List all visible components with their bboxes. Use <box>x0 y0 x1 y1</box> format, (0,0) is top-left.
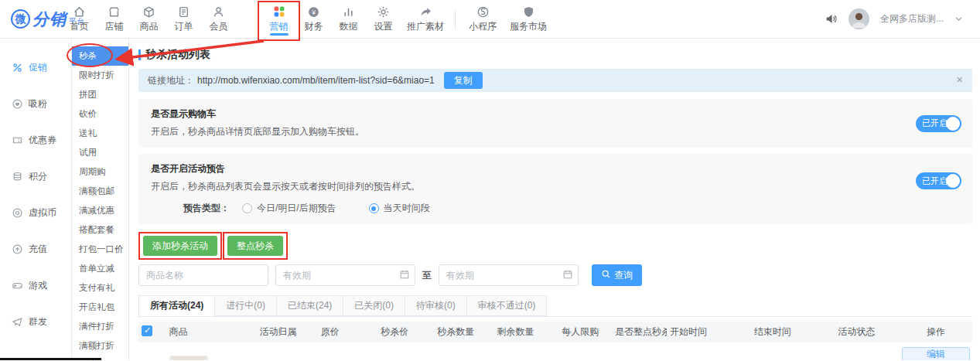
page-title-row: 秒杀活动列表 <box>138 48 972 62</box>
orders-icon <box>177 5 190 19</box>
select-all-checkbox[interactable] <box>142 325 152 336</box>
to-label: 至 <box>422 269 432 282</box>
nav-item-members[interactable]: 会员 <box>201 0 236 39</box>
action-buttons-row: 添加秒杀活动 整点秒杀 <box>138 232 972 260</box>
primary-sidebar: 促销 吸粉 优惠券 积分 虚拟币 充值 <box>0 39 72 360</box>
submenu-item-seckill[interactable]: 秒杀 <box>72 46 128 66</box>
submenu-item-time-discount[interactable]: 限时打折 <box>72 66 128 85</box>
sound-icon[interactable] <box>825 12 838 26</box>
notice-toggle[interactable]: 已开启 <box>916 172 961 189</box>
submenu-item-bundle[interactable]: 搭配套餐 <box>72 220 128 240</box>
nav-item-goods[interactable]: 商品 <box>131 0 166 39</box>
edit-button[interactable]: 编辑 <box>902 347 970 360</box>
search-icon <box>601 269 611 281</box>
tab-all-activities[interactable]: 所有活动(24) <box>138 295 215 316</box>
nav-divider <box>455 10 456 29</box>
nav-item-service-market[interactable]: 服务市场 <box>504 0 553 39</box>
cell-is-hourly: 否 <box>612 342 667 360</box>
copy-button[interactable]: 复制 <box>444 72 483 89</box>
nav-item-home[interactable]: 首页 <box>62 0 97 39</box>
submenu-item-qty-discount[interactable]: 满件打折 <box>72 317 128 336</box>
submenu-item-shop-gift[interactable]: 开店礼包 <box>72 298 128 317</box>
cell-owner: 总部 <box>256 342 317 360</box>
main-content: 秒杀活动列表 链接地址： http://mob.wifenxiao.com/mb… <box>129 39 980 360</box>
add-seckill-button[interactable]: 添加秒杀活动 <box>143 236 217 256</box>
sidebar-item-virtual-coin[interactable]: 虚拟币 <box>0 195 71 231</box>
link-address-bar: 链接地址： http://mob.wifenxiao.com/mb/item/i… <box>138 69 972 92</box>
notice-setting-section: 是否开启活动预告 开启后，秒杀商品列表页会显示按天或者按时间排列的预告样式。 预… <box>138 154 972 224</box>
radio-time-period[interactable]: 当天时间段 <box>369 202 430 215</box>
cell-price: 73710.00 <box>318 342 377 360</box>
submenu-item-gift[interactable]: 送礼 <box>72 124 128 143</box>
product-name-input[interactable] <box>138 264 268 286</box>
notice-type-label: 预告类型： <box>183 202 230 215</box>
miniprogram-icon <box>476 5 490 19</box>
marketing-icon <box>273 5 285 19</box>
submenu-item-package-price[interactable]: 打包一口价 <box>72 240 128 259</box>
nav-item-miniprogram[interactable]: 小程序 <box>462 0 504 39</box>
nav-item-shop[interactable]: 店铺 <box>97 0 131 39</box>
search-filter-row: 至 查询 <box>138 264 972 286</box>
goods-icon <box>142 5 155 19</box>
shop-icon <box>108 5 121 19</box>
radio-day-forecast[interactable]: 今日/明日/后期预告 <box>242 202 336 215</box>
cell-quantity: 7 <box>434 342 493 360</box>
submenu-item-bargain[interactable]: 砍价 <box>72 104 128 124</box>
date-from-input[interactable] <box>275 264 415 286</box>
submenu-item-amount-discount[interactable]: 满额打折 <box>72 336 128 356</box>
submenu-item-first-order[interactable]: 首单立减 <box>72 259 128 278</box>
nav-item-settings[interactable]: 设置 <box>366 0 401 39</box>
activity-tabs: 所有活动(24) 进行中(0) 已结束(24) 已关闭(0) 待审核(0) 审核… <box>138 295 972 317</box>
submenu-item-group-buy[interactable]: 拼团 <box>72 85 128 104</box>
nav-item-marketing[interactable]: 营销 <box>261 0 296 39</box>
date-to-input[interactable] <box>439 264 579 286</box>
sidebar-item-games[interactable]: 游戏 <box>0 267 71 304</box>
sidebar-item-promotion[interactable]: 促销 <box>0 49 71 86</box>
submenu-item-subscription[interactable]: 周期购 <box>72 162 128 182</box>
sidebar-item-points[interactable]: 积分 <box>0 158 71 195</box>
data-icon <box>342 5 355 19</box>
heart-circle-icon <box>12 98 23 110</box>
nav-item-orders[interactable]: 订单 <box>166 0 201 39</box>
submenu-item-full-discount[interactable]: 满减优惠 <box>72 201 128 220</box>
nav-item-finance[interactable]: ¥ 财务 <box>296 0 331 39</box>
product-image[interactable] <box>169 356 208 361</box>
date-to-wrap <box>439 264 579 286</box>
nav-item-data[interactable]: 数据 <box>331 0 366 39</box>
cart-toggle[interactable]: 已开启 <box>916 115 961 132</box>
submenu-item-free-shipping[interactable]: 满额包邮 <box>72 182 128 201</box>
submenu-item-pay-gift[interactable]: 支付有礼 <box>72 278 128 298</box>
cell-end-time: 2020-12-19 18:17 <box>751 342 835 360</box>
cell-seckill-price: 50.00 <box>377 342 434 360</box>
tab-closed[interactable]: 已关闭(0) <box>343 295 405 316</box>
app-window: 微 分销 平台 首页 店铺 商品 订单 会员 <box>0 0 980 361</box>
home-icon <box>73 5 86 19</box>
sidebar-item-recharge[interactable]: 充值 <box>0 231 71 267</box>
coins-icon <box>12 171 23 182</box>
close-icon[interactable]: × <box>956 73 963 85</box>
secondary-sidebar: 秒杀 限时打折 拼团 砍价 送礼 试用 周期购 满额包邮 满减优惠 搭配套餐 打… <box>72 39 129 360</box>
tab-review-rejected[interactable]: 审核不通过(0) <box>467 295 548 316</box>
hourly-seckill-button[interactable]: 整点秒杀 <box>227 236 283 256</box>
query-button[interactable]: 查询 <box>592 264 642 286</box>
promo-icon <box>419 5 432 19</box>
page-body: 促销 吸粉 优惠券 积分 虚拟币 充值 <box>0 39 980 360</box>
account-name[interactable]: 全网多店版测... <box>880 12 944 26</box>
sidebar-item-fans[interactable]: 吸粉 <box>0 86 71 122</box>
cell-remaining: 6 <box>494 342 559 360</box>
sidebar-item-coupon[interactable]: 优惠券 <box>0 122 71 158</box>
tab-ended[interactable]: 已结束(24) <box>277 295 343 316</box>
submenu-item-trial[interactable]: 试用 <box>72 143 128 162</box>
tab-pending-review[interactable]: 待审核(0) <box>405 295 467 316</box>
sidebar-item-mass-send[interactable]: 群发 <box>0 304 71 340</box>
user-avatar[interactable] <box>849 9 869 29</box>
chevron-down-icon[interactable] <box>954 15 963 23</box>
nav-item-promo-materials[interactable]: 推广素材 <box>401 0 450 39</box>
market-icon <box>522 5 535 19</box>
radio-checked-icon <box>369 203 379 213</box>
annotation-box-hourly-seckill: 整点秒杀 <box>223 232 288 260</box>
gamepad-icon <box>12 280 23 291</box>
notice-setting-title: 是否开启活动预告 <box>151 162 960 175</box>
tab-in-progress[interactable]: 进行中(0) <box>215 295 277 316</box>
paper-plane-icon <box>12 316 23 328</box>
